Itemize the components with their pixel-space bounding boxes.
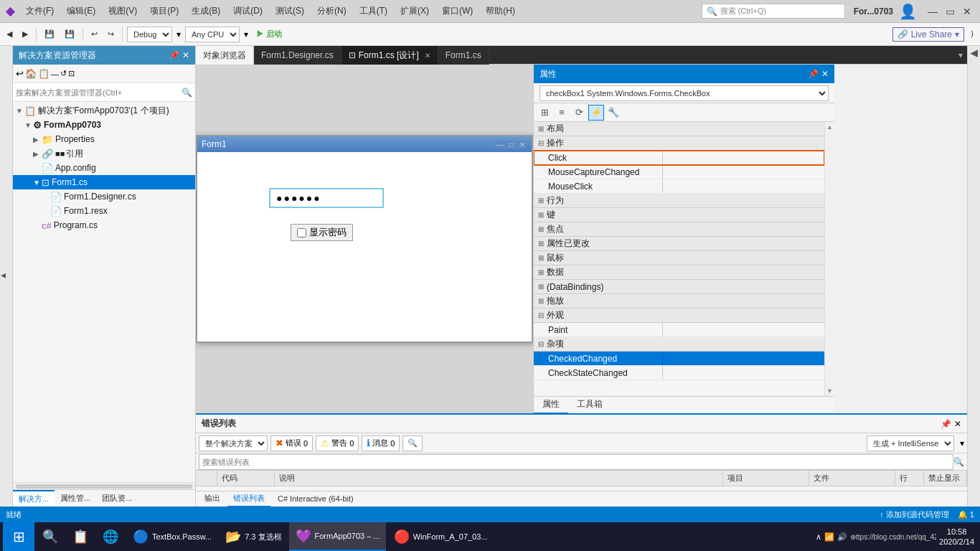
- prop-group-operation[interactable]: ⊟ 操作: [534, 136, 824, 151]
- error-count-btn[interactable]: ✖ 错误 0: [270, 435, 313, 451]
- prop-tab-properties[interactable]: 属性: [534, 397, 568, 414]
- col-code[interactable]: 代码: [217, 471, 275, 486]
- tree-item-refs[interactable]: ▶ 🔗 ■■ 引用: [13, 146, 195, 161]
- message-count-btn[interactable]: ℹ 消息 0: [362, 435, 400, 451]
- tab-obj-browser[interactable]: 对象浏览器: [196, 46, 254, 65]
- tree-item-formapp[interactable]: ▼ ⚙ FormApp0703: [13, 118, 195, 132]
- sidebar-search-bar[interactable]: 🔍: [13, 83, 195, 102]
- pin-icon[interactable]: 📌: [169, 50, 179, 60]
- tree-item-form1designer[interactable]: 📄 Form1.Designer.cs: [13, 189, 195, 204]
- start-button[interactable]: ▶ 启动: [253, 27, 286, 42]
- menu-edit[interactable]: 编辑(E): [61, 4, 101, 19]
- prop-group-misc[interactable]: ⊟ 杂项: [534, 337, 824, 352]
- debug-config-select[interactable]: Debug: [127, 27, 172, 42]
- form-close[interactable]: ✕: [517, 141, 527, 149]
- prop-list-btn[interactable]: ≡: [554, 105, 570, 121]
- sidebar-toolbar-btn-3[interactable]: 📋: [38, 68, 50, 79]
- save-btn[interactable]: 💾: [41, 27, 58, 41]
- tab-form-designer[interactable]: Form1.Designer.cs: [254, 46, 341, 65]
- error-scope-select[interactable]: 整个解决方案: [199, 435, 268, 451]
- tree-item-solution[interactable]: ▼ 📋 解决方案'FormApp0703'(1 个项目): [13, 103, 195, 118]
- sidebar-search-input[interactable]: [16, 88, 182, 97]
- tray-network[interactable]: 📶: [824, 532, 834, 542]
- menu-file[interactable]: 文件(F): [20, 4, 60, 19]
- menu-build[interactable]: 生成(B): [186, 4, 226, 19]
- prop-group-data[interactable]: ⊞ 数据: [534, 265, 824, 280]
- prop-group-dragdrop[interactable]: ⊞ 拖放: [534, 294, 824, 309]
- prop-group-mouse[interactable]: ⊞ 鼠标: [534, 251, 824, 265]
- prop-props-btn[interactable]: ⟳: [571, 105, 587, 121]
- scroll-down-arrow[interactable]: ▼: [826, 387, 833, 395]
- prop-more-btn[interactable]: 🔧: [606, 105, 621, 121]
- add-source-control[interactable]: ↑ 添加到源代码管理: [880, 509, 949, 520]
- col-line[interactable]: 行: [895, 471, 924, 486]
- taskbar-vs[interactable]: 💜 FormApp0703 – ...: [289, 522, 386, 551]
- toolbar-extra[interactable]: ⟩: [967, 27, 977, 41]
- menu-tools[interactable]: 工具(T): [354, 4, 393, 19]
- menu-view[interactable]: 视图(V): [103, 4, 143, 19]
- warning-count-btn[interactable]: ⚠ 警告 0: [316, 435, 359, 451]
- col-desc[interactable]: 说明: [275, 471, 723, 486]
- sidebar-tab-team[interactable]: 团队资...: [96, 490, 138, 507]
- sidebar-tab-solution[interactable]: 解决方...: [13, 490, 55, 507]
- prop-group-focus[interactable]: ⊞ 焦点: [534, 222, 824, 237]
- tree-item-form1resx[interactable]: 📄 Form1.resx: [13, 204, 195, 218]
- taskbar-textbox[interactable]: 🔵 TextBox.Passw...: [126, 522, 217, 551]
- taskbar-checkbox[interactable]: 📂 7.3 复选框: [219, 522, 287, 551]
- tree-item-programcs[interactable]: c# Program.cs: [13, 218, 195, 232]
- close-form-design-icon[interactable]: ✕: [425, 52, 430, 60]
- properties-scrollbar[interactable]: ▲ ▼: [824, 122, 834, 396]
- error-search-input[interactable]: [199, 454, 953, 470]
- password-textbox[interactable]: ●●●●●●: [269, 188, 384, 208]
- bottom-tab-interactive[interactable]: C# Interactive (64-bit): [272, 491, 359, 507]
- tree-item-properties[interactable]: ▶ 📁 Properties: [13, 132, 195, 146]
- minimize-button[interactable]: —: [925, 4, 940, 19]
- menu-extend[interactable]: 扩展(X): [395, 4, 435, 19]
- prop-tab-toolbox[interactable]: 工具箱: [568, 397, 611, 414]
- prop-row-mouse-capture[interactable]: MouseCaptureChanged: [534, 165, 824, 179]
- nav-back[interactable]: ◀: [3, 27, 16, 41]
- taskbar-clock[interactable]: 10:58 2020/2/14: [939, 527, 974, 547]
- form-restore[interactable]: □: [507, 141, 516, 149]
- properties-object-selector[interactable]: checkBox1 System.Windows.Forms.CheckBox: [534, 83, 834, 103]
- bottom-tab-output[interactable]: 输出: [199, 491, 226, 507]
- search-box[interactable]: 🔍 搜索 (Ctrl+Q): [702, 4, 845, 19]
- prop-grid-btn[interactable]: ⊞: [537, 105, 552, 121]
- object-select[interactable]: checkBox1 System.Windows.Forms.CheckBox: [540, 85, 829, 101]
- tray-expand[interactable]: ∧: [816, 532, 821, 542]
- close-sidebar-icon[interactable]: ✕: [182, 50, 189, 60]
- prop-group-appearance[interactable]: ⊟ 外观: [534, 309, 824, 323]
- prop-group-propchanged[interactable]: ⊞ 属性已更改: [534, 237, 824, 251]
- taskbar-search[interactable]: 🔍: [36, 522, 65, 551]
- prop-group-databindings[interactable]: ⊞ (DataBindings): [534, 280, 824, 294]
- error-panel-pin[interactable]: 📌: [941, 419, 951, 429]
- sidebar-scrollbar[interactable]: [16, 484, 192, 489]
- tree-item-appconfig[interactable]: 📄 App.config: [13, 161, 195, 175]
- properties-pin-icon[interactable]: 📌: [808, 69, 819, 79]
- prop-group-keys[interactable]: ⊞ 键: [534, 208, 824, 222]
- restore-button[interactable]: ▭: [943, 4, 957, 19]
- form-minimize[interactable]: —: [494, 141, 506, 149]
- menu-project[interactable]: 项目(P): [144, 4, 184, 19]
- error-panel-close[interactable]: ✕: [954, 419, 961, 429]
- menu-debug[interactable]: 调试(D): [227, 4, 268, 19]
- sidebar-toolbar-btn-6[interactable]: ⊡: [68, 69, 75, 78]
- sidebar-toolbar-btn-1[interactable]: ↩: [16, 68, 24, 79]
- nav-forward[interactable]: ▶: [19, 27, 32, 41]
- taskbar-edge[interactable]: 🌐: [96, 522, 125, 551]
- menu-window[interactable]: 窗口(W): [436, 4, 479, 19]
- col-suppress[interactable]: 禁止显示: [924, 471, 967, 486]
- prop-events-btn[interactable]: ⚡: [588, 105, 604, 121]
- prop-group-behavior[interactable]: ⊞ 行为: [534, 194, 824, 208]
- undo-btn[interactable]: ↩: [88, 27, 101, 41]
- tray-volume[interactable]: 🔊: [837, 532, 847, 542]
- filter-btn[interactable]: 🔍: [402, 435, 423, 451]
- col-file[interactable]: 文件: [809, 471, 895, 486]
- menu-help[interactable]: 帮助(H): [480, 4, 521, 19]
- cpu-config-select[interactable]: Any CPU: [185, 27, 240, 42]
- live-share-button[interactable]: 🔗 Live Share ▾: [892, 27, 964, 42]
- taskbar-ppt[interactable]: 🔴 WinForm_A_07_03...: [387, 522, 494, 551]
- show-password-checkbox[interactable]: 显示密码: [291, 224, 353, 241]
- tab-form-cs[interactable]: Form1.cs: [438, 46, 489, 65]
- taskbar-taskview[interactable]: 📋: [66, 522, 95, 551]
